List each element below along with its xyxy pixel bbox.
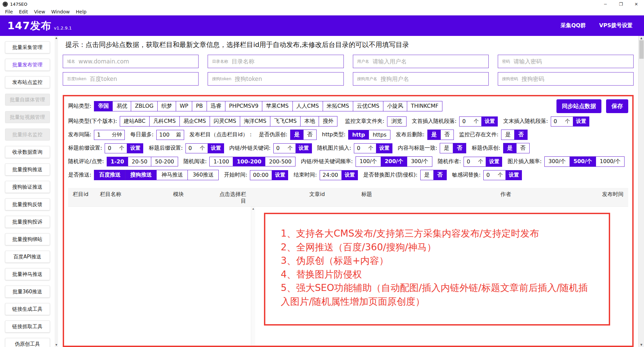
scroll-up-icon[interactable]: ▲ [55,36,57,40]
menu-file[interactable]: File [2,9,16,14]
save-button[interactable]: 保存 [606,99,628,113]
username-field[interactable]: 用户名 [353,55,489,68]
cms-next-option[interactable]: 易企CMS [179,116,210,126]
cms-option[interactable]: 易优 [112,101,131,111]
para-start-input[interactable] [462,118,471,125]
cms-option[interactable]: 迅睿 [207,101,225,111]
start-time-set-button[interactable]: 设置 [272,170,288,180]
title-suffix-set-button[interactable]: 设置 [208,143,224,153]
window-scrollbar[interactable]: ▲ ▼ [638,36,644,347]
cms-option[interactable]: 帝国 [94,101,112,111]
column-header-publish-time[interactable]: 发布时间 [602,188,628,204]
end-time-input[interactable] [323,172,339,178]
sidebar-item-batch-collect[interactable]: 批量采集管理 [5,41,50,53]
push-option-baidu[interactable]: 百度推送 [94,170,125,180]
comments-option[interactable]: 20-50 [128,157,151,166]
image-freq-option[interactable]: 1000/个 [596,157,624,166]
sensitive-set-button[interactable]: 设置 [506,170,522,180]
random-image-set-button[interactable]: 设置 [376,143,392,153]
para-end-set-button[interactable]: 设置 [573,116,589,127]
https-option[interactable]: https [369,130,390,139]
scroll-down-icon[interactable]: ▼ [640,343,642,346]
content-title-same-no[interactable]: 否 [453,143,466,153]
sidebar-item-index-query[interactable]: 收录数据查询 [5,146,50,158]
pseudo-no[interactable]: 否 [303,130,316,140]
cms-next-option[interactable]: 本地 [300,116,319,126]
title-pseudo-no[interactable]: 否 [516,143,529,153]
pseudo-yes[interactable]: 是 [290,130,303,140]
cms-option[interactable]: 米拓CMS [323,101,353,111]
sidebar-item-batch-publish[interactable]: 批量发布管理 [5,59,50,71]
para-start-set-button[interactable]: 设置 [482,116,498,127]
delete-after-no[interactable]: 否 [440,130,453,140]
sogou-token-field[interactable]: 搜狗token [208,72,343,86]
end-time-set-button[interactable]: 设置 [342,170,358,180]
keyword-freq-option[interactable]: 300/个 [407,157,432,166]
delete-after-yes[interactable]: 是 [428,130,440,140]
sidebar-item-sogou-feedback[interactable]: 批量搜狗反馈 [5,198,50,210]
monitor-exist-yes[interactable]: 是 [501,130,514,140]
sogou-token-input[interactable] [235,76,339,82]
random-image-input[interactable] [357,145,366,151]
scroll-down-icon[interactable]: ▼ [55,343,57,347]
random-author-input[interactable] [467,158,475,165]
comments-option[interactable]: 50-200 [151,157,178,166]
title-prefix-set-button[interactable]: 设置 [127,143,143,153]
image-freq-option[interactable]: 300/个 [545,157,570,166]
start-time-input[interactable] [253,172,269,178]
cms-next-option[interactable]: 飞飞CMS [270,116,300,126]
cms-next-option[interactable]: 建站ABC [120,116,149,126]
title-suffix-input[interactable] [189,145,197,151]
random-author-set-button[interactable]: 设置 [486,157,502,167]
domain-input[interactable] [78,58,194,65]
sidebar-item-link-grab[interactable]: 链接抓取工具 [5,320,50,333]
username-input[interactable] [373,58,484,65]
push-option-shenma[interactable]: 神马推送 [156,170,187,180]
menu-help[interactable]: Help [73,9,90,14]
column-header-colpick[interactable]: 点击选择栏目 [216,188,246,204]
cms-option[interactable]: 小旋风 [383,101,407,111]
reads-option[interactable]: 1-100 [210,157,233,166]
directory-field[interactable]: 目录名称 [208,55,343,68]
sidebar-item-link-generate[interactable]: 链接生成工具 [5,303,50,315]
push-option-360[interactable]: 360推送 [187,170,218,180]
sogou-password-field[interactable]: 搜狗密码 [498,72,634,86]
replace-image-no[interactable]: 否 [433,170,446,180]
cms-option[interactable]: PHPCMSV9 [225,101,262,111]
sogou-username-input[interactable] [381,76,484,82]
password-input[interactable] [514,58,629,65]
title-prefix-input[interactable] [108,145,116,151]
keyword-freq-option[interactable]: 200/个 [381,157,407,166]
sogou-password-input[interactable] [522,76,629,82]
column-header-articleid[interactable]: 文章id [309,188,361,204]
cms-next-option[interactable]: 搜外 [319,116,337,126]
menu-view[interactable]: View [31,9,48,14]
baidu-token-field[interactable]: 百度token [63,72,199,86]
cms-option[interactable]: WP [176,101,192,111]
sidebar-item-sogou-verify[interactable]: 搜狗验证推送 [5,181,50,193]
directory-input[interactable] [231,58,339,65]
cms-next-option[interactable]: 闪灵CMS [210,116,240,126]
replace-image-yes[interactable]: 是 [421,170,433,180]
domain-field[interactable]: 域名 [63,55,199,68]
interval-input[interactable] [97,132,109,138]
para-end-input[interactable] [554,118,562,125]
content-title-same-yes[interactable]: 是 [440,143,453,153]
minimize-button[interactable]: ─ [598,0,613,8]
reads-option[interactable]: 200-500 [265,157,295,166]
cms-option[interactable]: 人人CMS [292,101,323,111]
column-header-colid[interactable]: 栏目id [68,188,100,204]
qq-group-button[interactable]: 采集QQ群 [560,22,586,29]
sidebar-item-site-monitor[interactable]: 发布站点监控 [5,76,50,88]
browse-button[interactable]: 浏览 [387,116,407,127]
sidebar-item-baidu-api[interactable]: 百度API推送 [5,251,50,263]
menu-edit[interactable]: Edit [16,9,31,14]
cms-option[interactable]: PB [192,101,207,111]
column-list-area[interactable] [68,207,251,346]
content-scrollbar-left[interactable]: ▲ ▼ [55,36,58,347]
column-header-title[interactable]: 标题 [361,188,500,204]
daily-max-input[interactable] [159,132,173,138]
baidu-token-input[interactable] [90,76,195,82]
link-keywords-input[interactable] [276,145,285,151]
cms-option[interactable]: THINKCMF [407,101,442,111]
